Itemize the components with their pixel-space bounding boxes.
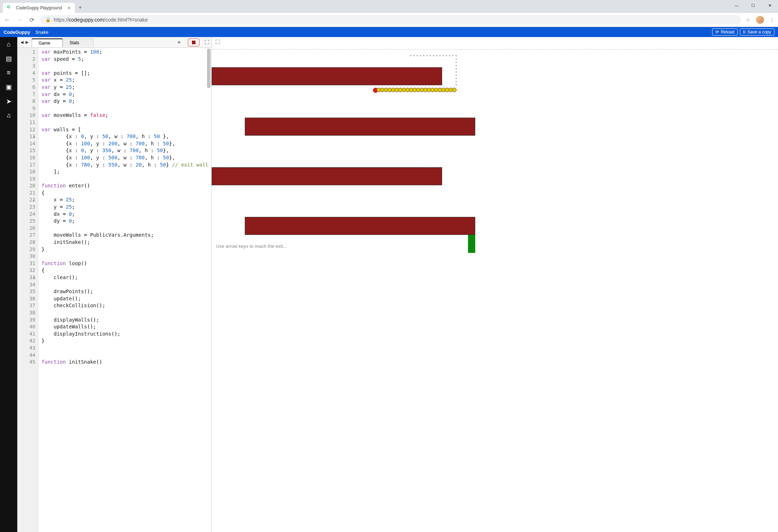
fullscreen-editor-icon[interactable]: ⛶ [202,40,211,45]
code-editor[interactable]: 123456789101112 ▾131415161718192021 ▾222… [17,48,211,532]
book-icon[interactable]: ▤ [6,55,12,63]
music-icon[interactable]: ♫ [6,112,11,119]
wall [245,118,475,136]
rocket-icon[interactable]: ➤ [6,97,12,105]
save-icon: ⎘ [743,29,746,35]
wall [212,67,442,85]
tab-stats[interactable]: Stats [63,38,94,47]
menu-icon[interactable]: ≡ [7,69,11,77]
back-button[interactable]: ← [4,17,11,23]
url-host: codeguppy.com [69,17,104,23]
snake-segment [452,88,457,92]
address-bar[interactable]: 🔒 https://codeguppy.com/code.html?t=snak… [40,15,741,24]
save-copy-label: Save a copy [747,29,771,35]
tab-game[interactable]: Game [32,38,63,47]
tab-close-icon[interactable]: × [68,5,71,11]
left-rail: ⌂ ▤ ≡ ▣ ➤ ♫ [0,37,17,532]
window-close-button[interactable]: ✕ [761,0,778,11]
reload-project-button[interactable]: ⟳ Reload [712,28,738,36]
reload-button[interactable]: ⟳ [28,17,35,23]
reload-label: Reload [721,29,734,35]
profile-avatar[interactable] [756,16,764,24]
tab-title: CodeGuppy Playground [16,5,62,10]
line-gutter: 123456789101112 ▾131415161718192021 ▾222… [17,48,39,532]
forward-button[interactable]: → [16,17,23,23]
fullscreen-preview-icon[interactable]: ⛶ [215,39,220,45]
url-path: /code.html?t=snake [104,17,148,23]
code-content[interactable]: var maxPoints = 100;var speed = 5;var po… [39,48,211,532]
boundary-top [212,49,778,50]
scrollbar-thumb[interactable] [207,49,211,88]
browser-tab[interactable]: G CodeGuppy Playground × [3,3,75,13]
window-maximize-button[interactable]: ☐ [745,0,761,11]
home-icon[interactable]: ⌂ [7,41,11,48]
tab-prev-icon[interactable]: ◀ [19,40,24,45]
favicon-icon: G [7,5,13,11]
game-canvas[interactable]: Use arrow keys to reach the exit... [212,49,778,532]
url-scheme: https:// [54,17,69,23]
stop-square-icon [192,41,195,44]
tab-next-icon[interactable]: ▶ [24,40,30,45]
new-tab-button[interactable]: + [75,2,85,13]
project-name: Snake [35,29,49,35]
image-icon[interactable]: ▣ [6,83,12,91]
add-tab-button[interactable]: + [173,39,185,46]
browser-menu-icon[interactable]: ⋮ [770,17,774,23]
game-instruction: Use arrow keys to reach the exit... [216,244,287,249]
app-header: CodeGuppy Snake ⟳ Reload ⎘ Save a copy [0,27,778,37]
save-copy-button[interactable]: ⎘ Save a copy [740,28,774,36]
stop-button[interactable] [188,38,199,46]
brand-label: CodeGuppy [4,29,30,35]
reload-icon: ⟳ [715,29,719,35]
wall [245,217,475,235]
star-icon[interactable]: ☆ [746,17,750,23]
editor-pane: ◀ ▶ Game Stats + ⛶ 123456789101112 ▾1314… [17,37,212,532]
wall [212,167,442,185]
window-minimize-button[interactable]: — [728,0,745,11]
lock-icon: 🔒 [45,17,51,22]
preview-pane: ⛶ Use arrow keys to reach the exit... [212,37,778,532]
exit-wall [468,235,475,253]
